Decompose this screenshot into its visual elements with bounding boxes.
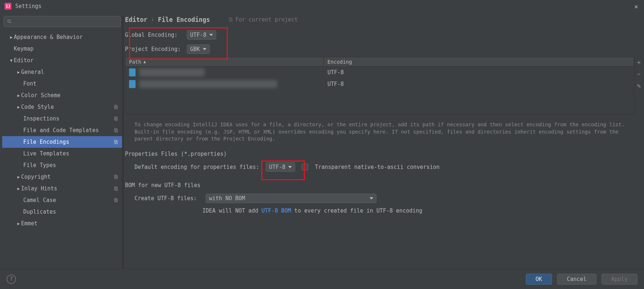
close-icon[interactable]: ✕ (633, 3, 640, 10)
copy-icon (113, 174, 118, 179)
copy-icon (113, 186, 118, 191)
properties-section-title: Properties Files (*.properties) (125, 151, 644, 157)
svg-point-0 (8, 20, 10, 22)
sidebar-item-general[interactable]: ▶General (2, 66, 122, 78)
chevron-right-icon: ▶ (16, 175, 21, 179)
folder-icon (129, 80, 136, 88)
sidebar-item-font[interactable]: Font (2, 78, 122, 90)
sidebar-item-label: Code Style (21, 104, 113, 110)
add-button[interactable]: ＋ (635, 58, 643, 67)
combo-value: with NO BOM (209, 195, 245, 202)
sidebar-item-inlay-hints[interactable]: ▶Inlay Hints (2, 183, 122, 194)
sidebar-item-copyright[interactable]: ▶Copyright (2, 171, 122, 183)
properties-default-combo[interactable]: UTF-8 (266, 162, 295, 172)
chevron-right-icon: › (151, 16, 154, 23)
row-encoding: UTF-8 (324, 69, 634, 76)
sidebar-item-camel-case[interactable]: Camel Case (2, 194, 122, 206)
combo-value: UTF-8 (190, 32, 206, 38)
chevron-down-icon (370, 197, 373, 199)
sidebar-item-label: Duplicates (23, 209, 118, 215)
copy-icon (228, 17, 233, 22)
remove-button[interactable]: － (635, 69, 643, 79)
copy-icon (113, 128, 118, 133)
apply-button[interactable]: Apply (601, 274, 637, 285)
window-title: Settings (15, 3, 41, 9)
combo-value: GBK (190, 46, 200, 52)
sidebar-item-label: Copyright (21, 174, 113, 180)
sidebar-item-label: Emmet (21, 220, 118, 227)
sidebar-item-keymap[interactable]: Keymap (2, 43, 122, 55)
cancel-button[interactable]: Cancel (557, 274, 596, 285)
sort-asc-icon: ▲ (144, 59, 146, 64)
sidebar-item-editor[interactable]: ▼Editor (2, 55, 122, 66)
sidebar-item-file-encodings[interactable]: File Encodings (2, 136, 122, 148)
app-icon: IJ (4, 3, 12, 10)
search-icon (7, 19, 12, 24)
chevron-right-icon: ▶ (16, 221, 21, 226)
global-encoding-label: Global Encoding: (125, 32, 187, 38)
path-text-redacted (139, 68, 205, 76)
ok-button[interactable]: OK (526, 274, 552, 285)
sidebar-item-label: Keymap (14, 45, 118, 52)
sidebar-item-duplicates[interactable]: Duplicates (2, 206, 122, 218)
sidebar-item-label: Appearance & Behavior (14, 34, 118, 40)
chevron-down-icon: ▼ (9, 58, 14, 63)
breadcrumb-leaf: File Encodings (158, 16, 210, 23)
project-encoding-combo[interactable]: GBK (187, 44, 210, 54)
bom-note: IDEA will NOT add UTF-8 BOM to every cre… (202, 207, 644, 214)
copy-icon (113, 104, 118, 110)
table-row[interactable]: UTF-8 (125, 67, 634, 78)
search-input[interactable] (4, 16, 121, 27)
edit-button[interactable]: ✎ (635, 81, 643, 90)
copy-icon (113, 198, 118, 203)
combo-value: UTF-8 (269, 164, 285, 170)
table-row[interactable]: UTF-8 (125, 78, 634, 90)
transparent-checkbox[interactable] (302, 164, 308, 170)
chevron-right-icon: ▶ (16, 93, 21, 98)
sidebar-item-file-types[interactable]: File Types (2, 159, 122, 171)
sidebar-item-label: File and Code Templates (23, 127, 113, 134)
global-encoding-combo[interactable]: UTF-8 (187, 30, 216, 40)
sidebar-item-live-templates[interactable]: Live Templates (2, 148, 122, 159)
sidebar-item-label: File Types (23, 162, 118, 169)
sidebar-item-file-templates[interactable]: File and Code Templates (2, 124, 122, 136)
breadcrumb: Editor › File Encodings For current proj… (124, 16, 644, 27)
sidebar-item-label: Camel Case (23, 197, 113, 203)
copy-icon (113, 116, 118, 121)
svg-line-1 (10, 22, 11, 23)
properties-default-label: Default encoding for properties files: (134, 164, 259, 170)
chevron-down-icon (209, 34, 213, 36)
sidebar-item-label: Font (23, 80, 118, 87)
bom-section-title: BOM for new UTF-8 files (125, 182, 644, 189)
row-encoding: UTF-8 (324, 81, 634, 87)
sidebar-item-color-scheme[interactable]: ▶Color Scheme (2, 90, 122, 101)
svg-rect-17 (230, 19, 232, 21)
chevron-right-icon: ▶ (9, 35, 14, 40)
sidebar-item-inspections[interactable]: Inspections (2, 113, 122, 124)
create-utf8-combo[interactable]: with NO BOM (206, 194, 377, 203)
sidebar-item-label: Color Scheme (21, 92, 118, 99)
scope-label: For current project (228, 16, 298, 23)
sidebar-item-emmet[interactable]: ▶Emmet (2, 218, 122, 229)
folder-icon (129, 68, 136, 76)
sidebar-item-label: General (21, 69, 118, 75)
breadcrumb-root: Editor (125, 16, 147, 23)
chevron-down-icon (288, 166, 292, 168)
chevron-down-icon (203, 48, 206, 50)
sidebar-item-label: Inlay Hints (21, 185, 113, 192)
utf8-bom-link[interactable]: UTF-8 BOM (262, 207, 291, 214)
encoding-table: Path▲ Encoding UTF-8 UTF-8 (125, 57, 635, 115)
sidebar-item-label: Editor (14, 57, 118, 64)
copy-icon (113, 139, 118, 144)
sidebar-item-label: File Encodings (23, 139, 113, 145)
sidebar-item-code-style[interactable]: ▶Code Style (2, 101, 122, 113)
chevron-right-icon: ▶ (16, 186, 21, 191)
column-encoding-header[interactable]: Encoding (324, 57, 634, 66)
sidebar-item-appearance[interactable]: ▶Appearance & Behavior (2, 31, 122, 43)
sidebar-item-label: Inspections (23, 115, 113, 122)
column-path-header[interactable]: Path▲ (125, 57, 324, 66)
chevron-right-icon: ▶ (16, 70, 21, 75)
transparent-label: Transparent native-to-ascii conversion (315, 164, 439, 170)
hint-text: To change encoding IntelliJ IDEA uses fo… (134, 121, 634, 143)
help-button[interactable]: ? (7, 274, 16, 284)
